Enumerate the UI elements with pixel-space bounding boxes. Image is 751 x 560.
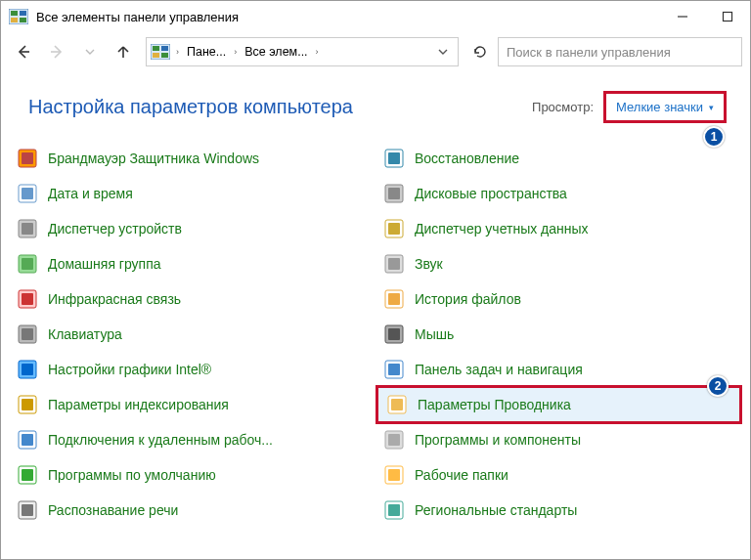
control-panel-item[interactable]: Параметры индексирования xyxy=(9,387,376,422)
speech-icon xyxy=(17,499,38,521)
control-panel-item[interactable]: Звук xyxy=(376,246,742,281)
svg-rect-15 xyxy=(22,152,33,164)
view-by-label: Просмотр: xyxy=(532,100,594,114)
svg-rect-13 xyxy=(161,53,168,58)
control-panel-item-label: Региональные стандарты xyxy=(415,502,577,518)
window-title: Все элементы панели управления xyxy=(36,10,660,24)
mouse-icon xyxy=(383,323,405,345)
chevron-right-icon[interactable]: › xyxy=(174,47,181,57)
taskbar-icon xyxy=(383,359,405,380)
control-panel-item[interactable]: Диспетчер устройств xyxy=(9,211,376,246)
svg-rect-12 xyxy=(153,53,159,58)
recovery-icon xyxy=(383,148,405,169)
breadcrumb-label: Пане... xyxy=(187,45,226,59)
control-panel-item[interactable]: Рабочие папки xyxy=(376,457,742,493)
control-panel-window: Все элементы панели управления › Пане...… xyxy=(0,0,751,560)
svg-rect-35 xyxy=(22,504,33,516)
breadcrumb-item-1[interactable]: Все элем... xyxy=(241,45,311,59)
control-panel-item[interactable]: Программы по умолчанию xyxy=(9,457,376,493)
control-panel-item[interactable]: Дисковые пространства xyxy=(376,176,742,211)
search-input[interactable]: Поиск в панели управления xyxy=(498,37,742,66)
control-panel-item[interactable]: Брандмауэр Защитника Windows xyxy=(9,141,376,176)
sound-icon xyxy=(383,253,405,275)
control-panel-item[interactable]: Инфракрасная связь xyxy=(9,281,376,317)
control-panel-item[interactable]: Мышь xyxy=(376,317,742,352)
firewall-icon xyxy=(17,148,38,169)
control-panel-item-label: История файлов xyxy=(415,291,521,307)
control-panel-icon xyxy=(9,9,28,24)
control-panel-item-label: Рабочие папки xyxy=(415,467,508,483)
control-panel-item-label: Восстановление xyxy=(415,151,519,166)
chevron-down-icon: ▾ xyxy=(709,103,714,112)
control-panel-item-label: Панель задач и навигация xyxy=(415,362,583,377)
control-panel-item[interactable]: Программы и компоненты xyxy=(376,422,742,457)
svg-rect-45 xyxy=(388,293,400,305)
control-panel-item[interactable]: Дата и время xyxy=(9,176,376,211)
control-panel-item[interactable]: Домашняя группа xyxy=(9,246,376,281)
header-row: Настройка параметров компьютера Просмотр… xyxy=(1,71,750,141)
work-folders-icon xyxy=(383,464,405,486)
page-title: Настройка параметров компьютера xyxy=(28,96,532,118)
svg-rect-2 xyxy=(20,11,26,16)
control-panel-item-label: Распознавание речи xyxy=(48,502,178,518)
svg-rect-29 xyxy=(22,399,33,410)
chevron-right-icon[interactable]: › xyxy=(314,47,321,57)
svg-rect-19 xyxy=(22,223,33,235)
control-panel-item[interactable]: Региональные стандарты xyxy=(376,493,742,528)
explorer-options-icon xyxy=(386,394,408,415)
svg-rect-3 xyxy=(11,18,18,22)
minimize-button[interactable] xyxy=(660,1,705,32)
remote-app-icon xyxy=(17,429,38,451)
control-panel-item[interactable]: Параметры Проводника xyxy=(376,385,742,424)
control-panel-item-label: Подключения к удаленным рабоч... xyxy=(48,432,273,448)
region-icon xyxy=(383,499,405,521)
svg-rect-27 xyxy=(22,364,33,375)
content: Брандмауэр Защитника WindowsДата и время… xyxy=(1,141,750,559)
annotation-badge-2: 2 xyxy=(707,375,729,397)
svg-rect-17 xyxy=(22,188,33,199)
svg-rect-49 xyxy=(388,364,400,375)
maximize-button[interactable] xyxy=(705,1,750,32)
control-panel-item[interactable]: Панель задач и навигация xyxy=(376,352,742,387)
svg-rect-21 xyxy=(22,258,33,270)
titlebar: Все элементы панели управления xyxy=(1,1,750,32)
control-panel-item-label: Дата и время xyxy=(48,186,133,201)
storage-spaces-icon xyxy=(383,183,405,204)
control-panel-item[interactable]: Восстановление xyxy=(376,141,742,176)
control-panel-item[interactable]: История файлов xyxy=(376,281,742,317)
control-panel-item-label: Дисковые пространства xyxy=(415,186,567,201)
svg-rect-33 xyxy=(22,469,33,481)
control-panel-item-label: Диспетчер учетных данных xyxy=(415,221,589,237)
svg-rect-1 xyxy=(11,11,18,16)
control-panel-item[interactable]: Подключения к удаленным рабоч... xyxy=(9,422,376,457)
recent-dropdown[interactable] xyxy=(75,37,105,66)
control-panel-item[interactable]: Настройки графики Intel® xyxy=(9,352,376,387)
control-panel-item-label: Брандмауэр Защитника Windows xyxy=(48,151,259,166)
homegroup-icon xyxy=(17,253,38,275)
svg-rect-51 xyxy=(391,399,403,410)
breadcrumb[interactable]: › Пане... › Все элем... › xyxy=(146,37,459,66)
refresh-button[interactable] xyxy=(466,37,494,66)
intel-graphics-icon xyxy=(17,359,38,380)
control-panel-item-label: Параметры индексирования xyxy=(48,397,229,412)
control-panel-icon xyxy=(151,44,170,60)
svg-rect-39 xyxy=(388,188,400,199)
up-button[interactable] xyxy=(109,37,138,66)
control-panel-item-label: Параметры Проводника xyxy=(418,397,571,412)
control-panel-item-label: Настройки графики Intel® xyxy=(48,362,211,377)
control-panel-item[interactable]: Клавиатура xyxy=(9,317,376,352)
control-panel-item[interactable]: Распознавание речи xyxy=(9,493,376,528)
control-panel-item-label: Программы и компоненты xyxy=(415,432,581,448)
back-button[interactable] xyxy=(9,37,38,66)
breadcrumb-item-0[interactable]: Пане... xyxy=(183,45,230,59)
control-panel-item[interactable]: Диспетчер учетных данных xyxy=(376,211,742,246)
svg-rect-10 xyxy=(153,46,159,51)
svg-rect-43 xyxy=(388,258,400,270)
view-by-dropdown[interactable]: Мелкие значки ▾ xyxy=(603,91,727,123)
svg-rect-37 xyxy=(388,152,400,164)
forward-button[interactable] xyxy=(42,37,71,66)
chevron-right-icon[interactable]: › xyxy=(232,47,239,57)
control-panel-item-label: Мышь xyxy=(415,326,454,342)
view-by-value: Мелкие значки xyxy=(616,100,703,114)
breadcrumb-dropdown[interactable] xyxy=(432,45,454,60)
